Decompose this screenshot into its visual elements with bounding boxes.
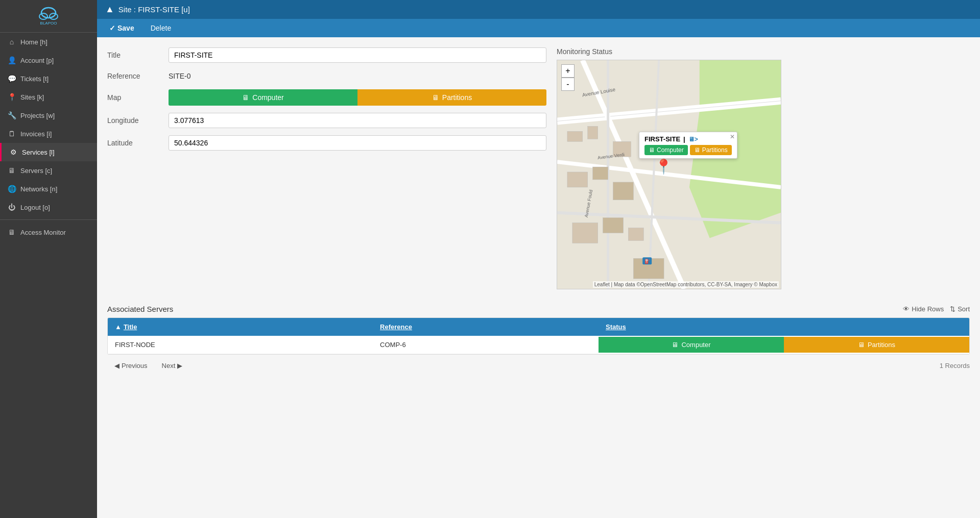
- next-button[interactable]: Next ▶: [155, 359, 190, 373]
- title-field-container: [169, 47, 546, 63]
- latitude-input[interactable]: [169, 135, 546, 151]
- save-label: Save: [117, 24, 134, 32]
- servers-table: ▲ Title Reference Status: [108, 318, 969, 354]
- sidebar-item-account[interactable]: 👤 Account [p]: [0, 51, 97, 69]
- row-status-computer-button[interactable]: 🖥 Computer: [599, 337, 784, 353]
- map-popup-close-button[interactable]: ✕: [730, 133, 735, 140]
- associated-servers-title: Associated Servers: [107, 305, 173, 313]
- sidebar-nav: ⌂ Home [h] 👤 Account [p] 💬 Tickets [t] 📍: [0, 33, 97, 241]
- map-controls: + -: [561, 64, 575, 91]
- arrow-up-icon: ▲: [105, 4, 114, 15]
- previous-button[interactable]: ◀ Previous: [107, 359, 155, 373]
- popup-site-name: FIRST-SITE: [644, 135, 680, 143]
- breadcrumb: Site : FIRST-SITE [u]: [118, 5, 190, 14]
- map-svg: Avenue Louise Avenue Fould Avenue Verdi …: [557, 60, 781, 289]
- sidebar-item-networks[interactable]: 🌐 Networks [n]: [0, 180, 97, 198]
- content-area: Title Reference SITE-0 Map: [97, 37, 980, 518]
- sidebar-item-tickets[interactable]: 💬 Tickets [t]: [0, 69, 97, 88]
- longitude-input[interactable]: [169, 113, 546, 128]
- popup-computer-label: Computer: [657, 146, 684, 154]
- sidebar-item-label: Account [p]: [20, 57, 54, 64]
- sidebar-item-logout[interactable]: ⏻ Logout [o]: [0, 198, 97, 216]
- popup-partitions-label: Partitions: [702, 146, 728, 154]
- map-popup-partitions-button[interactable]: 🖥 Partitions: [690, 145, 732, 155]
- svg-rect-14: [588, 126, 598, 139]
- sort-button[interactable]: ⇅ Sort: [950, 305, 970, 313]
- map-computer-button[interactable]: 🖥 Computer: [169, 89, 357, 106]
- col-status-link[interactable]: Status: [606, 323, 626, 331]
- col-title-link[interactable]: Title: [124, 323, 137, 331]
- svg-rect-21: [628, 228, 643, 241]
- topbar: ▲ Site : FIRST-SITE [u]: [97, 0, 980, 19]
- title-input[interactable]: [169, 47, 546, 63]
- svg-rect-18: [613, 182, 634, 200]
- sidebar-item-servers[interactable]: 🖥 Servers [c]: [0, 161, 97, 180]
- sidebar-item-services[interactable]: ⚙ Services [l]: [0, 143, 97, 161]
- map-zoom-out-button[interactable]: -: [561, 78, 575, 91]
- sidebar-item-label: Services [l]: [22, 149, 55, 156]
- row-status-partitions-button[interactable]: 🖥 Partitions: [784, 337, 969, 353]
- save-button[interactable]: ✓ Save: [105, 22, 138, 34]
- account-icon: 👤: [7, 56, 16, 64]
- form-row-latitude: Latitude: [107, 135, 546, 151]
- svg-text:BLAPOO: BLAPOO: [40, 21, 57, 26]
- map-popup-buttons: 🖥 Computer 🖥 Partitions: [644, 145, 732, 155]
- map-label: Map: [107, 93, 169, 102]
- sort-icon: ⇅: [950, 305, 955, 313]
- svg-rect-20: [603, 218, 624, 233]
- svg-rect-16: [593, 167, 608, 180]
- svg-point-0: [41, 8, 56, 18]
- servers-icon: 🖥: [7, 166, 16, 175]
- col-title[interactable]: ▲ Title: [108, 318, 373, 336]
- form-row-longitude: Longitude: [107, 113, 546, 128]
- map-partitions-button[interactable]: 🖥 Partitions: [357, 89, 546, 106]
- sidebar-item-access-monitor[interactable]: 🖥 Access Monitor: [0, 223, 97, 241]
- row-title: FIRST-NODE: [108, 336, 373, 354]
- popup-partitions-icon: 🖥: [694, 146, 700, 154]
- eye-icon: 👁: [903, 305, 910, 313]
- map-partitions-icon: 🖥: [432, 93, 439, 102]
- col-reference[interactable]: Reference: [373, 318, 599, 336]
- col-reference-link[interactable]: Reference: [380, 323, 412, 331]
- pagination-buttons: ◀ Previous Next ▶: [107, 359, 189, 373]
- hide-rows-button[interactable]: 👁 Hide Rows: [903, 305, 944, 313]
- form-row-title: Title: [107, 47, 546, 63]
- delete-label: Delete: [151, 24, 171, 32]
- reference-value-container: SITE-0: [169, 70, 546, 82]
- col-status[interactable]: Status: [599, 318, 969, 336]
- table-row: FIRST-NODE COMP-6 🖥 Computer 🖥: [108, 336, 969, 354]
- sidebar-item-sites[interactable]: 📍 Sites [k]: [0, 88, 97, 106]
- map-computer-icon: 🖥: [242, 93, 249, 102]
- services-icon: ⚙: [9, 148, 18, 156]
- sidebar-item-projects[interactable]: 🔧 Projects [w]: [0, 106, 97, 125]
- map-pin: 📍: [655, 160, 673, 174]
- form-right: Monitoring Status: [557, 47, 781, 289]
- invoices-icon: 🗒: [7, 130, 16, 138]
- map-popup-computer-button[interactable]: 🖥 Computer: [644, 145, 688, 155]
- longitude-label: Longitude: [107, 116, 169, 125]
- delete-button[interactable]: Delete: [147, 22, 175, 34]
- section-title-row: Associated Servers 👁 Hide Rows ⇅ Sort: [107, 305, 970, 313]
- svg-rect-19: [572, 223, 598, 243]
- home-icon: ⌂: [7, 38, 16, 46]
- sidebar-item-home[interactable]: ⌂ Home [h]: [0, 33, 97, 51]
- map-buttons-container: 🖥 Computer 🖥 Partitions: [169, 89, 546, 106]
- latitude-label: Latitude: [107, 139, 169, 147]
- actionbar: ✓ Save Delete: [97, 19, 980, 37]
- popup-computer-icon: 🖥: [649, 146, 655, 154]
- associated-servers-section: Associated Servers 👁 Hide Rows ⇅ Sort: [107, 305, 970, 377]
- logout-icon: ⏻: [7, 203, 16, 211]
- sidebar-item-label: Sites [k]: [20, 93, 44, 101]
- form-left: Title Reference SITE-0 Map: [107, 47, 546, 289]
- map-popup: FIRST-SITE | 🖥> ✕ 🖥 Computer 🖥: [639, 132, 737, 159]
- prev-icon: ◀: [114, 362, 119, 369]
- sort-label: Sort: [958, 305, 970, 313]
- svg-rect-13: [567, 131, 583, 141]
- sidebar-item-invoices[interactable]: 🗒 Invoices [i]: [0, 125, 97, 143]
- networks-icon: 🌐: [7, 185, 16, 193]
- main-content: ▲ Site : FIRST-SITE [u] ✓ Save Delete Ti…: [97, 0, 980, 518]
- map-zoom-in-button[interactable]: +: [561, 64, 575, 78]
- status-partitions-icon: 🖥: [858, 341, 865, 349]
- sidebar-item-label: Projects [w]: [20, 112, 55, 119]
- next-icon: ▶: [177, 362, 182, 369]
